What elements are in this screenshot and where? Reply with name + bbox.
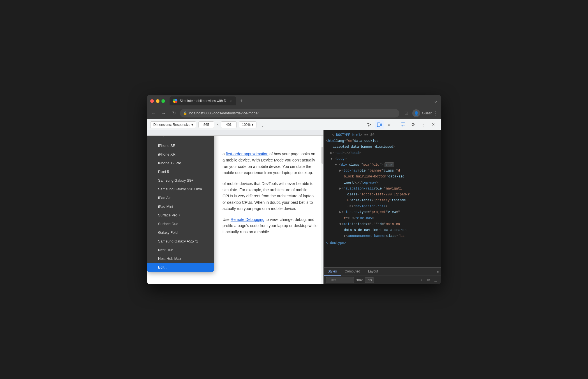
traffic-lights xyxy=(150,99,165,103)
toolbar-more-button[interactable]: ⋮ xyxy=(260,122,265,128)
page-body: ✓ Responsive iPhone SE iPhone XR xyxy=(147,136,323,284)
tree-navrail-end: …></navigation-rail> xyxy=(325,204,440,209)
zoom-chevron-icon: ▾ xyxy=(252,123,253,127)
dropdown-item-label: Surface Pro 7 xyxy=(158,213,180,217)
dropdown-item-responsive[interactable]: ✓ Responsive xyxy=(147,136,214,139)
dimensions-button[interactable]: Dimensions: Responsive ▾ xyxy=(150,121,196,128)
tree-body-line[interactable]: ▼ <body> xyxy=(325,156,440,162)
browser-menu-button[interactable]: ⋮ xyxy=(433,110,438,116)
scrollbar-thumb xyxy=(321,147,323,164)
copy-styles-button[interactable]: ⧉ xyxy=(425,277,432,283)
tree-equals: == $0 xyxy=(362,133,374,138)
tab-close-button[interactable]: × xyxy=(228,99,233,103)
inspect-element-button[interactable] xyxy=(365,120,374,129)
tree-sidenav-end: t">…</side-nav> xyxy=(325,216,440,221)
dropdown-item-label: iPad Air xyxy=(158,196,171,200)
doctype-name: DOCTYPE html xyxy=(336,133,360,138)
profile-icon: 👤 xyxy=(414,111,419,115)
page-scrollbar[interactable] xyxy=(321,136,323,284)
devtools-menu-button[interactable]: ⋮ xyxy=(419,120,428,129)
page-ruler xyxy=(147,130,323,136)
tag-bracket: <! xyxy=(332,133,336,138)
dropdown-item-surface-duo[interactable]: Surface Duo xyxy=(147,219,214,228)
dropdown-item-label: Pixel 5 xyxy=(158,170,169,174)
styles-tabs: Styles Computed Layout » xyxy=(324,267,441,276)
height-input[interactable] xyxy=(221,121,237,128)
close-devtools-button[interactable]: × xyxy=(429,120,438,129)
tree-navrail-cont: class="lg:pad-left-200 lg:pad-r xyxy=(325,192,440,198)
dropdown-item-galaxy-fold[interactable]: Galaxy Fold xyxy=(147,228,214,237)
tree-main-cont: data-side-nav-inert data-search xyxy=(325,227,440,233)
grid-badge: grid xyxy=(385,162,394,167)
dropdown-item-iphone-12-pro[interactable]: iPhone 12 Pro xyxy=(147,159,214,167)
dropdown-item-iphone-se[interactable]: iPhone SE xyxy=(147,141,214,150)
active-tab[interactable]: Simulate mobile devices with D × xyxy=(170,96,236,105)
cls-filter-button[interactable]: .cls xyxy=(365,277,374,283)
maximize-button[interactable] xyxy=(161,99,165,103)
styles-more-button[interactable]: » xyxy=(434,268,441,276)
dropdown-item-label: Nest Hub Max xyxy=(158,256,181,261)
filter-bar: :hov .cls + ⧉ ☰ xyxy=(324,276,441,284)
bookmark-icon[interactable]: ⊡ xyxy=(402,109,411,118)
zoom-button[interactable]: 100% ▾ xyxy=(239,121,256,128)
styles-filter-input[interactable] xyxy=(326,277,354,283)
dropdown-item-label: Galaxy Fold xyxy=(158,230,177,235)
tab-title: Simulate mobile devices with D xyxy=(180,99,226,103)
first-order-link[interactable]: first-order approximation xyxy=(226,152,268,156)
forward-button[interactable]: → xyxy=(160,109,168,117)
tree-announcement-line[interactable]: ▶ <announcement-banner class="ba xyxy=(325,233,440,239)
profile-button[interactable]: 👤 xyxy=(412,109,420,117)
dropdown-item-label: Samsung Galaxy A51/71 xyxy=(158,239,198,243)
tree-html-line: <html lang="en" data-cookies- xyxy=(325,138,440,144)
more-tools-button[interactable]: » xyxy=(385,120,394,129)
tree-navrail-line[interactable]: ▶ <navigation-rail role="navigati xyxy=(325,186,440,192)
dimension-separator: × xyxy=(216,123,219,127)
svg-rect-1 xyxy=(381,124,381,126)
dropdown-item-label: iPhone SE xyxy=(158,144,175,148)
tree-topnav-line[interactable]: ▶ <top-nav role="banner" class="d xyxy=(325,168,440,174)
minimize-button[interactable] xyxy=(156,99,159,103)
tab-layout[interactable]: Layout xyxy=(364,268,382,276)
tree-dots: ··· xyxy=(326,133,332,138)
dropdown-item-nest-hub-max[interactable]: Nest Hub Max xyxy=(147,254,214,263)
tree-html-accepted: accepted data-banner-dismissed> xyxy=(325,144,440,150)
close-button[interactable] xyxy=(150,99,154,103)
window-menu-button[interactable]: ⌄ xyxy=(434,98,438,104)
tree-head-line[interactable]: ▶ <head>…</head> xyxy=(325,150,440,156)
devtools-toolbar: Dimensions: Responsive ▾ × 100% ▾ ⋮ » xyxy=(147,119,441,130)
pseudo-filter-label[interactable]: :hov xyxy=(356,278,363,282)
dropdown-item-nest-hub[interactable]: Nest Hub xyxy=(147,246,214,254)
dropdown-item-edit[interactable]: Edit... xyxy=(147,263,214,272)
dropdown-item-ipad-mini[interactable]: iPad Mini xyxy=(147,202,214,211)
tab-styles[interactable]: Styles xyxy=(324,268,341,276)
refresh-button[interactable]: ↻ xyxy=(170,109,178,117)
add-style-button[interactable]: + xyxy=(418,277,424,283)
tab-favicon xyxy=(173,99,177,103)
title-bar: Simulate mobile devices with D × + ⌄ xyxy=(147,95,441,107)
page-paragraph-3: Use Remote Debugging to view, change, de… xyxy=(223,216,318,235)
dropdown-item-samsung-s8[interactable]: Samsung Galaxy S8+ xyxy=(147,176,214,185)
width-input[interactable] xyxy=(198,121,214,128)
tree-sidenav-line[interactable]: ▶ <side-nav type="project" view=" xyxy=(325,209,440,215)
back-button[interactable]: ← xyxy=(150,109,158,117)
tab-computed[interactable]: Computed xyxy=(341,268,364,276)
device-mode-button[interactable] xyxy=(375,120,384,129)
svg-rect-0 xyxy=(377,123,380,127)
tree-main-line[interactable]: ▼ <main tabindex="-1" id="main-co xyxy=(325,221,440,227)
dropdown-item-samsung-a51[interactable]: Samsung Galaxy A51/71 xyxy=(147,237,214,246)
dropdown-item-samsung-s20[interactable]: Samsung Galaxy S20 Ultra xyxy=(147,185,214,193)
tree-scaffold-line[interactable]: ▼ <div class="scaffold">grid xyxy=(325,162,440,168)
zoom-label: 100% xyxy=(242,123,251,127)
new-tab-button[interactable]: + xyxy=(237,97,245,105)
address-bar-actions: ⊡ 👤 Guest ⋮ xyxy=(402,109,438,118)
remote-debugging-link[interactable]: Remote Debugging xyxy=(231,217,265,222)
dropdown-item-ipad-air[interactable]: iPad Air xyxy=(147,193,214,202)
settings-button[interactable]: ⚙ xyxy=(409,120,418,129)
dropdown-item-surface-pro[interactable]: Surface Pro 7 xyxy=(147,211,214,219)
url-bar[interactable]: 🔒 localhost:8080/docs/devtools/device-mo… xyxy=(180,109,399,117)
toggle-styles-button[interactable]: ☰ xyxy=(433,277,439,283)
dropdown-divider xyxy=(147,140,214,140)
dropdown-item-pixel-5[interactable]: Pixel 5 xyxy=(147,167,214,176)
chat-panel-button[interactable] xyxy=(399,120,408,129)
dropdown-item-iphone-xr[interactable]: iPhone XR xyxy=(147,150,214,159)
